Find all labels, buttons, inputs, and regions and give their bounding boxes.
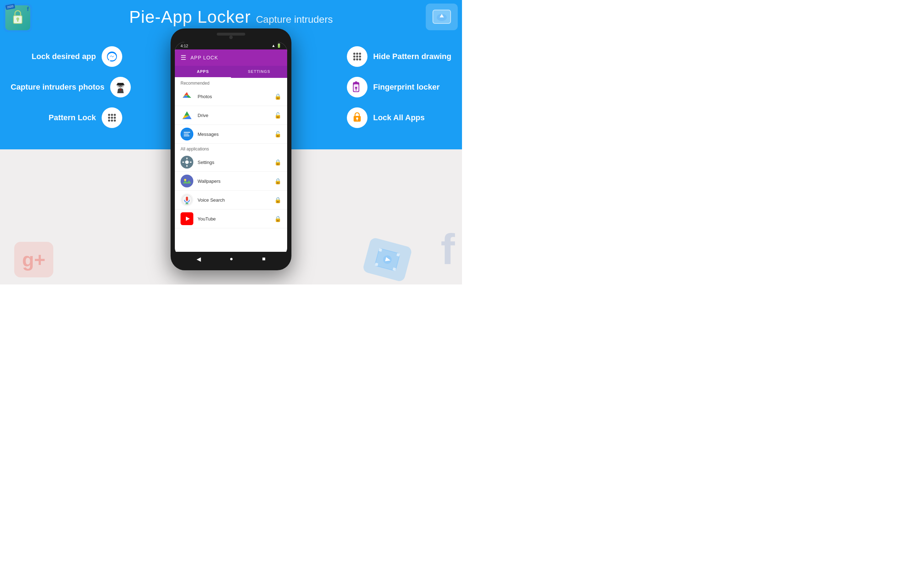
feature-label-lock-desired-app: Lock desired app [11, 52, 96, 61]
feature-capture-intruders: Capture intruders photos [11, 77, 131, 97]
app-name-settings: Settings [197, 160, 270, 165]
svg-point-21 [111, 120, 113, 122]
phone-mockup: 4:12 ▲ 🔋 ☰ APP LOCK APPS SETTINGS Recomm… [171, 29, 291, 270]
svg-point-18 [111, 117, 113, 119]
svg-point-17 [108, 117, 110, 119]
svg-point-24 [356, 53, 358, 55]
svg-point-19 [114, 117, 116, 119]
nav-recents-button[interactable]: ■ [262, 256, 266, 262]
feature-icon-spy [110, 77, 131, 97]
phone-speaker [217, 33, 245, 35]
feature-label-fingerprint: Fingerprint locker [373, 82, 440, 92]
feature-icon-fingerprint [347, 77, 367, 97]
feature-pattern-lock: Pattern Lock [11, 107, 131, 128]
header-subtitle: Capture intruders [256, 14, 333, 25]
tab-settings[interactable]: SETTINGS [231, 66, 287, 78]
wallpapers-app-icon [181, 175, 193, 187]
phone-screen: 4:12 ▲ 🔋 ☰ APP LOCK APPS SETTINGS Recomm… [175, 42, 287, 257]
svg-marker-49 [184, 111, 190, 116]
drive-app-icon [181, 109, 193, 122]
deco-film-icon [362, 237, 413, 282]
svg-rect-10 [117, 84, 124, 85]
deco-facebook-icon: f [441, 225, 455, 274]
svg-rect-53 [184, 132, 190, 132]
settings-app-icon [181, 156, 193, 169]
svg-rect-65 [186, 197, 188, 201]
lock-settings[interactable]: 🔒 [275, 159, 281, 166]
phone-nav-bar: ◀ ● ■ [175, 252, 287, 266]
lock-messages[interactable]: 🔓 [275, 131, 281, 138]
youtube-app-icon [181, 212, 193, 225]
section-recommended: Recommended [175, 78, 287, 87]
lock-wallpapers[interactable]: 🔒 [275, 178, 281, 184]
svg-rect-60 [182, 162, 184, 163]
phone-status-bar: 4:12 ▲ 🔋 [175, 42, 287, 49]
status-time: 4:12 [181, 44, 188, 48]
list-item: Photos 🔒 [175, 87, 287, 106]
app-name-drive: Drive [197, 113, 270, 118]
svg-point-25 [359, 53, 361, 55]
feature-lock-all-apps: Lock All Apps [347, 107, 451, 128]
lock-photos[interactable]: 🔒 [275, 93, 281, 100]
svg-point-31 [359, 58, 361, 61]
status-icons: ▲ 🔋 [272, 43, 281, 48]
svg-point-16 [114, 114, 116, 116]
svg-rect-36 [356, 89, 357, 91]
app-name-youtube: YouTube [197, 216, 270, 222]
svg-point-62 [182, 176, 192, 186]
section-all-apps: All applications [175, 144, 287, 153]
feature-lock-desired-app: Lock desired app [11, 46, 131, 67]
right-features: Hide Pattern drawing Fingerprint locker [347, 46, 451, 138]
svg-rect-58 [187, 158, 188, 159]
nav-back-button[interactable]: ◀ [197, 256, 201, 262]
app-title: Pie-App Locker [129, 8, 251, 26]
photos-app-icon [181, 90, 193, 103]
feature-icon-pattern [102, 107, 122, 128]
svg-point-15 [111, 114, 113, 116]
svg-point-29 [353, 58, 355, 61]
list-item: Voice Search 🔒 [175, 191, 287, 210]
svg-rect-54 [184, 134, 189, 134]
nav-home-button[interactable]: ● [229, 256, 233, 262]
svg-point-23 [353, 53, 355, 55]
feature-label-lock-all-apps: Lock All Apps [373, 113, 425, 122]
list-item: Messages 🔓 [175, 125, 287, 144]
header: Pie-App Locker Capture intruders [0, 7, 462, 27]
app-name-messages: Messages [197, 132, 270, 137]
messages-app-icon [181, 128, 193, 140]
phone-camera [229, 35, 233, 39]
svg-point-35 [355, 87, 357, 89]
svg-rect-55 [184, 135, 190, 136]
svg-point-22 [114, 120, 116, 122]
feature-icon-hide-pattern [347, 46, 367, 67]
list-item: Wallpapers 🔒 [175, 172, 287, 191]
svg-rect-59 [187, 165, 188, 167]
phone-appbar: ☰ APP LOCK [175, 49, 287, 66]
tab-apps[interactable]: APPS [175, 66, 231, 78]
app-name-wallpapers: Wallpapers [197, 178, 270, 184]
app-name-photos: Photos [197, 94, 270, 99]
svg-point-57 [185, 160, 189, 164]
feature-label-capture-intruders: Capture intruders photos [11, 82, 105, 92]
phone-content: Recommended Photos 🔒 [175, 78, 287, 251]
svg-rect-61 [190, 162, 191, 163]
svg-point-20 [108, 120, 110, 122]
svg-point-28 [359, 55, 361, 58]
svg-point-30 [356, 58, 358, 61]
svg-point-26 [353, 55, 355, 58]
left-features: Lock desired app Capture intruders photo… [11, 46, 131, 138]
list-item: YouTube 🔒 [175, 210, 287, 228]
svg-rect-39 [357, 119, 358, 120]
lock-voice-search[interactable]: 🔒 [275, 197, 281, 204]
feature-icon-messenger [102, 46, 122, 67]
deco-google-icon: g+ [14, 242, 53, 277]
hamburger-icon[interactable]: ☰ [181, 54, 186, 61]
phone-outer: 4:12 ▲ 🔋 ☰ APP LOCK APPS SETTINGS Recomm… [171, 29, 291, 270]
feature-fingerprint: Fingerprint locker [347, 77, 451, 97]
app-name-voice-search: Voice Search [197, 197, 270, 203]
lock-drive[interactable]: 🔓 [275, 112, 281, 119]
svg-point-14 [108, 114, 110, 116]
lock-youtube[interactable]: 🔒 [275, 216, 281, 222]
svg-rect-34 [355, 81, 357, 83]
feature-label-pattern-lock: Pattern Lock [11, 113, 96, 122]
